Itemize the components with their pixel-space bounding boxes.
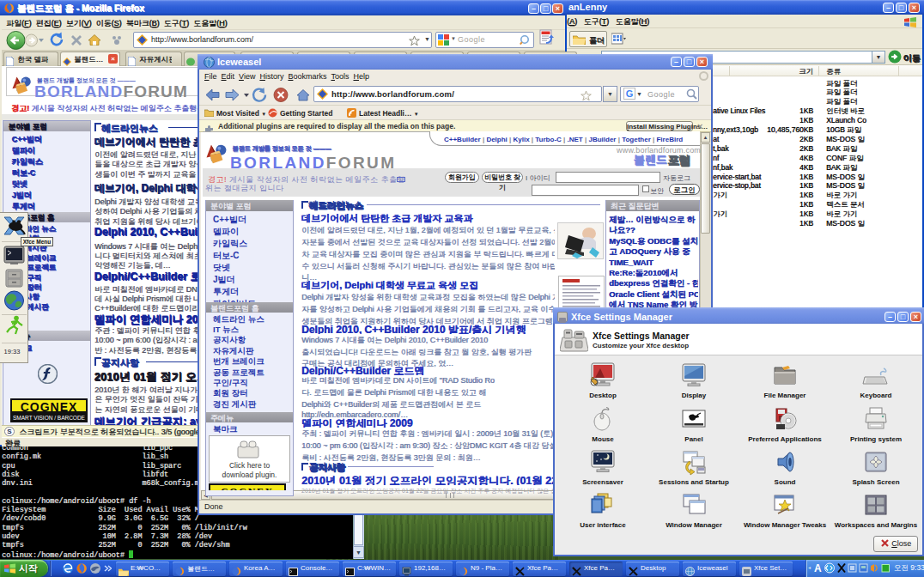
- svg-text:A: A: [814, 562, 822, 574]
